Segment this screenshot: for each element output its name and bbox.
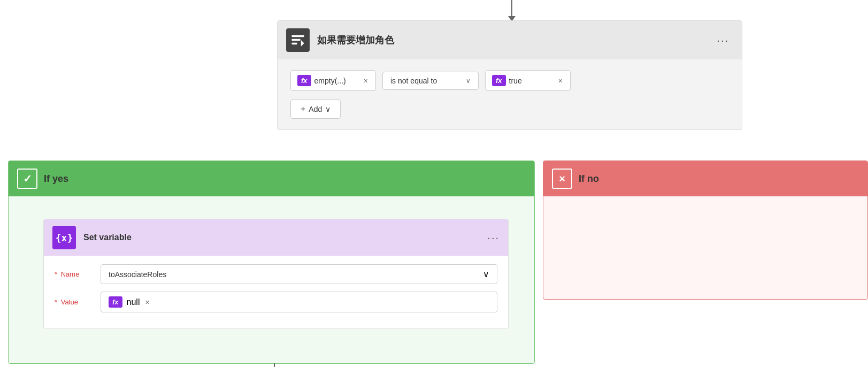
right-chip-label: true (509, 77, 554, 85)
if-no-panel: × If no Add an action (543, 160, 868, 300)
if-yes-title: If yes (44, 173, 68, 185)
add-condition-button[interactable]: + Add ∨ (290, 100, 341, 119)
sv-name-field: * Name toAssociateRoles ∨ (55, 264, 497, 284)
sv-body: * Name toAssociateRoles ∨ * Value f (44, 256, 508, 328)
condition-more-button[interactable]: ··· (712, 32, 733, 49)
if-no-x-icon: × (552, 169, 572, 189)
if-yes-bottom-arrow (271, 363, 278, 367)
svg-rect-0 (291, 35, 304, 37)
sv-value-field-row: * Value fx null × (55, 292, 497, 312)
right-chip[interactable]: fx true × (485, 70, 571, 91)
condition-body: fx empty(...) × is not equal to ∨ fx tru… (278, 59, 742, 129)
arrow-line (511, 0, 512, 16)
add-chevron-icon: ∨ (325, 105, 331, 113)
top-arrow (508, 0, 516, 21)
canvas: 如果需要增加角色 ··· fx empty(...) × is not equa… (0, 0, 868, 367)
if-yes-header: ✓ If yes (9, 161, 534, 196)
sv-name-chevron-icon: ∨ (483, 269, 489, 279)
right-fx-badge: fx (492, 75, 506, 86)
condition-icon-svg (290, 33, 305, 48)
sv-name-dropdown[interactable]: toAssociateRoles ∨ (101, 264, 497, 284)
operator-label: is not equal to (390, 77, 462, 85)
set-variable-block: {x} Set variable ··· * Name toAssociateR… (43, 219, 509, 329)
condition-icon (286, 28, 310, 52)
sv-more-button[interactable]: ··· (487, 232, 500, 244)
sv-header: {x} Set variable ··· (44, 219, 508, 256)
condition-block: 如果需要增加角色 ··· fx empty(...) × is not equa… (277, 20, 742, 130)
sv-value-input[interactable]: fx null × (101, 292, 497, 312)
sv-value-close-button[interactable]: × (144, 298, 150, 307)
sv-value-star: * (55, 298, 57, 306)
if-yes-arrow-line (274, 363, 275, 367)
operator-chevron-icon: ∨ (466, 77, 471, 85)
sv-value-label-text: Value (61, 298, 78, 306)
sv-name-label: * Name (55, 270, 92, 278)
sv-name-label-text: Name (61, 270, 80, 278)
right-chip-close-button[interactable]: × (557, 77, 564, 85)
condition-row: fx empty(...) × is not equal to ∨ fx tru… (290, 70, 729, 91)
left-chip-label: empty(...) (314, 77, 359, 85)
svg-rect-2 (291, 43, 297, 45)
sv-value-text: null (127, 297, 140, 307)
if-no-header: × If no (543, 161, 867, 196)
left-fx-badge: fx (297, 75, 311, 86)
sv-title: Set variable (83, 233, 480, 242)
if-yes-panel: ✓ If yes {x} Set variable ··· * Name toA… (8, 160, 535, 364)
add-plus-icon: + (301, 104, 305, 114)
left-chip[interactable]: fx empty(...) × (290, 70, 376, 91)
if-no-title: If no (579, 173, 599, 185)
add-button-label: Add (309, 105, 322, 113)
sv-value-fx-badge: fx (109, 296, 122, 308)
sv-icon: {x} (52, 226, 76, 249)
condition-header: 如果需要增加角色 ··· (278, 21, 742, 59)
if-yes-check-icon: ✓ (17, 169, 37, 189)
sv-name-value: toAssociateRoles (109, 270, 479, 279)
condition-title: 如果需要增加角色 (317, 34, 705, 47)
svg-rect-1 (291, 39, 300, 41)
left-chip-close-button[interactable]: × (363, 77, 369, 85)
sv-value-label: * Value (55, 298, 92, 306)
operator-dropdown[interactable]: is not equal to ∨ (382, 72, 479, 90)
sv-name-star: * (55, 270, 57, 278)
svg-marker-3 (301, 40, 304, 47)
